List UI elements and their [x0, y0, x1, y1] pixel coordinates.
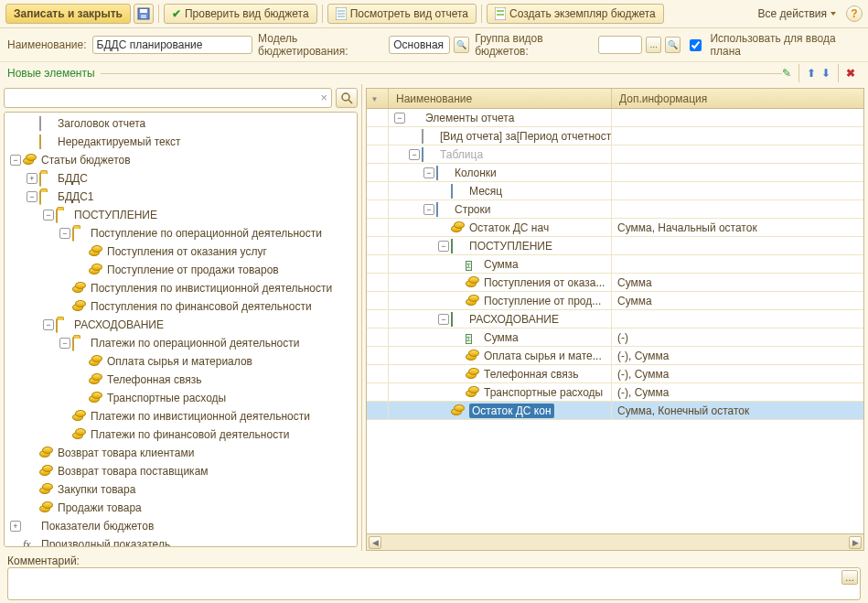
grid-row[interactable]: −ПОСТУПЛЕНИЕ [367, 237, 863, 255]
grid-row[interactable]: ΣСумма [367, 255, 863, 274]
expand-icon[interactable]: − [43, 210, 54, 221]
create-instance-button[interactable]: Создать экземпляр бюджета [487, 4, 664, 24]
name-column-header[interactable]: Наименование [389, 89, 612, 108]
expand-icon[interactable]: − [438, 314, 449, 325]
comment-input[interactable]: … [7, 567, 861, 600]
tree-item-label: Возврат товара поставщикам [58, 465, 209, 478]
grid-row[interactable]: Оплата сырья и мате...(-), Сумма [367, 347, 863, 365]
tree-item[interactable]: Заголовок отчета [5, 114, 357, 133]
expand-icon[interactable]: − [423, 204, 434, 215]
grid-info-cell: (-), Сумма [612, 383, 863, 401]
filter-icon [371, 92, 384, 105]
grid-row[interactable]: −Элементы отчета [367, 109, 863, 127]
grid-row[interactable]: ΣСумма(-) [367, 328, 863, 347]
grid-row[interactable]: −РАСХОДОВАНИЕ [367, 310, 863, 328]
tree-item[interactable]: Транспортные расходы [5, 389, 357, 407]
edit-icon[interactable]: ✎ [782, 67, 791, 80]
tree-item[interactable]: Платежи по финансовой деятельности [5, 425, 357, 444]
grid-row[interactable]: Транспортные расходы(-), Сумма [367, 383, 863, 402]
comment-section: Комментарий: … [0, 551, 868, 603]
expand-icon[interactable]: + [27, 173, 38, 184]
move-up-icon[interactable]: ⬆ [807, 67, 816, 80]
expand-icon[interactable]: − [59, 228, 70, 239]
filter-header-cell[interactable] [367, 89, 389, 108]
name-input[interactable] [92, 36, 253, 54]
tree-item[interactable]: −Статьи бюджетов [5, 151, 357, 169]
expand-icon[interactable]: + [10, 521, 21, 532]
use-for-plan-checkbox[interactable] [690, 39, 702, 51]
grid-row[interactable]: −Таблица [367, 145, 863, 164]
expand-icon[interactable]: − [43, 319, 54, 330]
expand-icon[interactable]: − [10, 155, 21, 166]
search-button[interactable] [336, 88, 358, 108]
group-dots-button[interactable]: … [646, 37, 661, 53]
expand-icon[interactable]: − [27, 191, 38, 202]
expand-icon[interactable]: − [394, 113, 405, 124]
help-button[interactable]: ? [846, 5, 863, 22]
tree-item[interactable]: Поступление от продажи товаров [5, 261, 357, 279]
structure-grid[interactable]: −Элементы отчета[Вид отчета] за[Период о… [366, 108, 864, 534]
group-picker-button[interactable]: 🔍 [665, 37, 680, 53]
tree-item[interactable]: Поступления по финансовой деятельности [5, 297, 357, 316]
grid-row[interactable]: Месяц [367, 182, 863, 200]
grid-row[interactable]: Поступления от оказа...Сумма [367, 274, 863, 292]
expand-icon[interactable]: − [409, 149, 420, 160]
diskette-icon [137, 7, 150, 20]
tree-item[interactable]: −БДДС1 [5, 188, 357, 206]
grid-row[interactable]: Поступление от прод...Сумма [367, 292, 863, 310]
view-report-button[interactable]: Посмотреть вид отчета [327, 4, 477, 24]
verify-button[interactable]: ✔Проверить вид бюджета [164, 4, 317, 24]
save-button[interactable] [134, 4, 154, 24]
grid-row[interactable]: −Строки [367, 200, 863, 219]
tree-item[interactable]: Нередактируемый текст [5, 133, 357, 151]
expand-icon[interactable]: − [423, 167, 434, 178]
delete-icon[interactable]: ✖ [846, 67, 855, 80]
tree-item-label: БДДС1 [58, 190, 93, 203]
save-close-button[interactable]: Записать и закрыть [5, 4, 131, 24]
tree-item[interactable]: +БДДС [5, 169, 357, 188]
model-picker-button[interactable]: 🔍 [454, 37, 469, 53]
tree-item[interactable]: Поступления от оказания услуг [5, 242, 357, 261]
scroll-right-icon[interactable]: ▶ [849, 536, 862, 549]
tree-item[interactable]: −Платежи по операционной деятельности [5, 334, 357, 352]
tree-item[interactable]: −Поступление по операционной деятельност… [5, 224, 357, 242]
tree-item-label: Платежи по финансовой деятельности [91, 428, 289, 441]
comment-expand-button[interactable]: … [841, 570, 858, 585]
expand-icon[interactable]: − [59, 338, 70, 349]
horizontal-scrollbar[interactable]: ◀ ▶ [366, 534, 864, 551]
tree-item[interactable]: Закупки товара [5, 480, 357, 499]
name-label: Наименование: [7, 38, 87, 51]
group-input[interactable] [598, 36, 642, 54]
tree-item[interactable]: Платежи по инвистиционной деятельности [5, 407, 357, 425]
tree-item[interactable]: +Показатели бюджетов [5, 517, 357, 535]
grid-info-cell [612, 145, 863, 163]
expand-icon[interactable]: − [438, 241, 449, 252]
svg-rect-9 [497, 14, 504, 16]
svg-rect-1 [140, 9, 147, 13]
scroll-left-icon[interactable]: ◀ [369, 536, 381, 549]
move-down-icon[interactable]: ⬇ [821, 67, 830, 80]
tree-item[interactable]: Возврат товара клиентами [5, 444, 357, 462]
tree-item[interactable]: −РАСХОДОВАНИЕ [5, 316, 357, 334]
all-actions-button[interactable]: Все действия [751, 4, 843, 24]
info-column-header[interactable]: Доп.информация [612, 89, 863, 108]
tree-item[interactable]: fxПроизводный показатель [5, 535, 357, 547]
grid-row[interactable]: Телефонная связь(-), Сумма [367, 365, 863, 383]
grid-row[interactable]: [Вид отчета] за[Период отчетности] [367, 127, 863, 145]
grid-row[interactable]: Остаток ДС конСумма, Конечный остаток [367, 402, 863, 420]
tree-item[interactable]: −ПОСТУПЛЕНИЕ [5, 206, 357, 224]
tree-item-label: Поступление по операционной деятельности [91, 227, 322, 240]
tree-item[interactable]: Оплата сырья и материалов [5, 352, 357, 371]
tree-item[interactable]: Продажи товара [5, 499, 357, 517]
tree-item[interactable]: Поступления по инвистиционной деятельнос… [5, 279, 357, 297]
tree-item-label: Транспортные расходы [107, 392, 226, 404]
grid-row[interactable]: Остаток ДС начСумма, Начальный остаток [367, 219, 863, 237]
elements-tree[interactable]: Заголовок отчетаНередактируемый текст−Ст… [4, 112, 358, 547]
model-input[interactable]: Основная [389, 36, 450, 54]
grid-row[interactable]: −Колонки [367, 164, 863, 182]
clear-icon[interactable]: × [320, 91, 327, 104]
tree-item-label: Продажи товара [58, 501, 142, 514]
tree-item[interactable]: Возврат товара поставщикам [5, 462, 357, 480]
tree-item[interactable]: Телефонная связь [5, 371, 357, 389]
search-input[interactable]: × [4, 88, 332, 108]
